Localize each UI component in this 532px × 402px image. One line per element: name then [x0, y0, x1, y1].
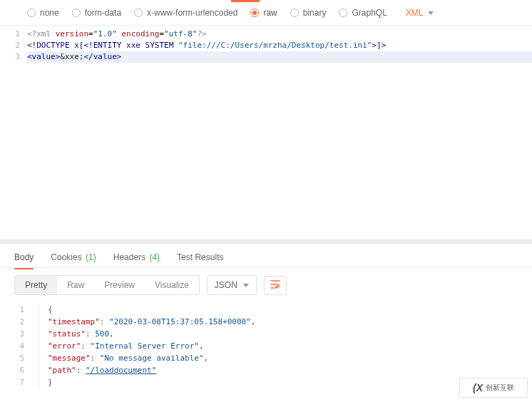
- view-preview[interactable]: Preview: [94, 276, 145, 294]
- tab-headers[interactable]: Headers (4): [113, 248, 160, 269]
- radio-icon: [72, 9, 81, 17]
- radio-none[interactable]: none: [27, 8, 59, 18]
- tab-body[interactable]: Body: [14, 248, 34, 269]
- line-number: 3: [0, 51, 27, 63]
- watermark-logo: (X 创新互联: [459, 378, 528, 398]
- code-content: <value>&xxe;</value>: [27, 51, 532, 63]
- chevron-down-icon: [428, 11, 434, 15]
- radio-label: x-www-form-urlencoded: [147, 8, 237, 18]
- json-content: }: [48, 376, 53, 388]
- radio-icon: [134, 9, 143, 17]
- format-dropdown[interactable]: JSON: [207, 275, 257, 295]
- view-pretty[interactable]: Pretty: [15, 276, 57, 294]
- radio-binary[interactable]: binary: [290, 8, 327, 18]
- json-content: "timestamp": "2020-03-08T15:37:05.158+00…: [48, 316, 255, 328]
- watermark-text: 创新互联: [486, 383, 514, 393]
- wrap-lines-button[interactable]: [264, 276, 287, 295]
- radio-label: binary: [303, 8, 327, 18]
- logo-icon: (X: [473, 382, 483, 393]
- radio-x-www-form-urlencoded[interactable]: x-www-form-urlencoded: [134, 8, 237, 18]
- body-type-selector: none form-data x-www-form-urlencoded raw…: [0, 0, 532, 26]
- chevron-down-icon: [243, 284, 249, 287]
- line-number: 7: [0, 376, 39, 388]
- view-visualize[interactable]: Visualize: [145, 276, 199, 294]
- code-content: <?xml version="1.0" encoding="utf-8"?>: [27, 29, 532, 40]
- json-content: {: [48, 304, 53, 316]
- json-content: "path": "/loaddocument": [48, 364, 156, 376]
- radio-label: form-data: [85, 8, 121, 18]
- radio-graphql[interactable]: GraphQL: [339, 8, 387, 18]
- line-number: 1: [0, 304, 39, 316]
- radio-icon: [339, 9, 347, 17]
- line-number: 3: [0, 328, 39, 340]
- language-label: XML: [406, 8, 424, 18]
- format-label: JSON: [215, 280, 237, 290]
- radio-raw[interactable]: raw: [250, 8, 277, 18]
- line-number: 2: [0, 316, 39, 328]
- active-tab-indicator: [231, 0, 260, 2]
- response-tabs: Body Cookies (1) Headers (4) Test Result…: [0, 244, 532, 268]
- json-content: "error": "Internal Server Error",: [48, 340, 204, 352]
- line-number: 5: [0, 352, 39, 364]
- json-content: "message": "No message available",: [48, 352, 208, 364]
- radio-label: none: [40, 8, 59, 18]
- json-content: "status": 500,: [48, 328, 114, 340]
- radio-icon: [290, 9, 299, 17]
- line-number: 2: [0, 40, 27, 51]
- request-body-editor[interactable]: 1 <?xml version="1.0" encoding="utf-8"?>…: [0, 26, 532, 239]
- radio-icon: [27, 9, 36, 17]
- view-raw[interactable]: Raw: [57, 276, 94, 294]
- radio-icon: [250, 9, 259, 17]
- view-mode-group: Pretty Raw Preview Visualize: [14, 275, 200, 295]
- tab-cookies[interactable]: Cookies (1): [51, 248, 96, 269]
- wrap-icon: [270, 280, 280, 291]
- tab-test-results[interactable]: Test Results: [177, 248, 223, 269]
- radio-label: raw: [263, 8, 277, 18]
- code-content: <!DOCTYPE x[<!ENTITY xxe SYSTEM "file://…: [27, 40, 532, 51]
- radio-form-data[interactable]: form-data: [72, 8, 121, 18]
- line-number: 1: [0, 29, 27, 40]
- response-toolbar: Pretty Raw Preview Visualize JSON: [0, 268, 532, 302]
- response-body-editor[interactable]: 1{ 2 "timestamp": "2020-03-08T15:37:05.1…: [0, 302, 532, 390]
- line-number: 6: [0, 364, 39, 376]
- language-dropdown[interactable]: XML: [406, 8, 434, 18]
- radio-label: GraphQL: [352, 8, 387, 18]
- line-number: 4: [0, 340, 39, 352]
